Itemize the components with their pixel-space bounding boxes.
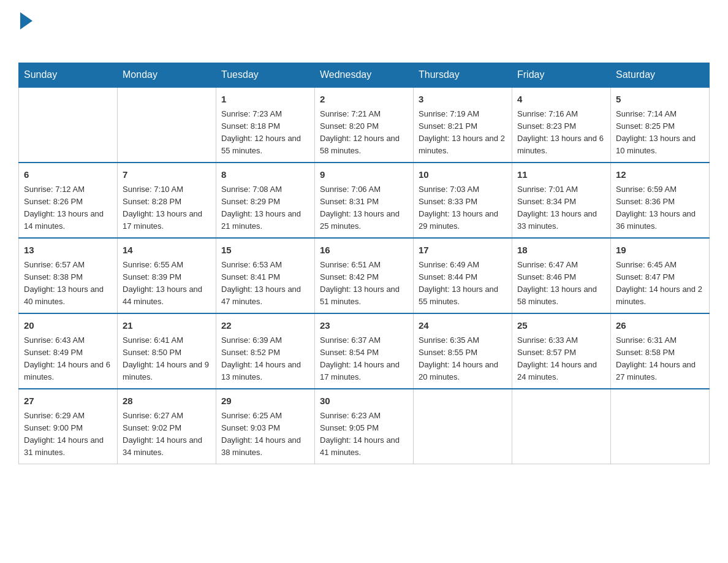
- day-number: 30: [320, 394, 408, 408]
- day-info: Sunrise: 6:57 AM Sunset: 8:38 PM Dayligh…: [24, 259, 112, 308]
- weekday-header-sunday: Sunday: [19, 63, 118, 88]
- calendar-cell: 24Sunrise: 6:35 AM Sunset: 8:55 PM Dayli…: [414, 313, 512, 389]
- day-number: 16: [320, 243, 408, 258]
- day-number: 27: [24, 394, 112, 408]
- calendar-cell: 21Sunrise: 6:41 AM Sunset: 8:50 PM Dayli…: [118, 313, 216, 389]
- calendar-cell: 4Sunrise: 7:16 AM Sunset: 8:23 PM Daylig…: [512, 87, 611, 163]
- calendar-cell: 8Sunrise: 7:08 AM Sunset: 8:29 PM Daylig…: [216, 163, 315, 238]
- calendar-body: 1Sunrise: 7:23 AM Sunset: 8:18 PM Daylig…: [19, 87, 710, 464]
- calendar-cell: 3Sunrise: 7:19 AM Sunset: 8:21 PM Daylig…: [414, 87, 512, 163]
- calendar-cell: [414, 389, 512, 464]
- calendar-cell: 14Sunrise: 6:55 AM Sunset: 8:39 PM Dayli…: [118, 238, 216, 313]
- day-number: 25: [517, 319, 605, 333]
- calendar-cell: 10Sunrise: 7:03 AM Sunset: 8:33 PM Dayli…: [414, 163, 512, 238]
- calendar-cell: 2Sunrise: 7:21 AM Sunset: 8:20 PM Daylig…: [315, 87, 414, 163]
- day-info: Sunrise: 6:39 AM Sunset: 8:52 PM Dayligh…: [221, 334, 309, 384]
- weekday-header-row: SundayMondayTuesdayWednesdayThursdayFrid…: [19, 63, 710, 88]
- logo: [18, 12, 32, 50]
- day-number: 7: [123, 168, 211, 182]
- day-info: Sunrise: 6:29 AM Sunset: 9:00 PM Dayligh…: [24, 410, 112, 459]
- day-number: 9: [320, 168, 408, 182]
- calendar-cell: 13Sunrise: 6:57 AM Sunset: 8:38 PM Dayli…: [19, 238, 118, 313]
- day-number: 3: [419, 93, 507, 107]
- day-info: Sunrise: 6:33 AM Sunset: 8:57 PM Dayligh…: [517, 334, 605, 384]
- day-number: 15: [221, 243, 309, 258]
- day-info: Sunrise: 6:27 AM Sunset: 9:02 PM Dayligh…: [123, 410, 211, 459]
- calendar-cell: 9Sunrise: 7:06 AM Sunset: 8:31 PM Daylig…: [315, 163, 414, 238]
- calendar-table: SundayMondayTuesdayWednesdayThursdayFrid…: [18, 63, 710, 464]
- calendar-cell: [611, 389, 710, 464]
- day-number: 22: [221, 319, 309, 333]
- day-info: Sunrise: 6:49 AM Sunset: 8:44 PM Dayligh…: [419, 259, 507, 308]
- day-info: Sunrise: 7:08 AM Sunset: 8:29 PM Dayligh…: [221, 183, 309, 233]
- day-number: 23: [320, 319, 408, 333]
- weekday-header-thursday: Thursday: [414, 63, 512, 88]
- day-number: 12: [616, 168, 704, 182]
- calendar-cell: 6Sunrise: 7:12 AM Sunset: 8:26 PM Daylig…: [19, 163, 118, 238]
- weekday-header-tuesday: Tuesday: [216, 63, 315, 88]
- day-number: 29: [221, 394, 309, 408]
- calendar-week-row: 27Sunrise: 6:29 AM Sunset: 9:00 PM Dayli…: [19, 389, 710, 464]
- calendar-cell: [118, 87, 216, 163]
- day-info: Sunrise: 7:03 AM Sunset: 8:33 PM Dayligh…: [419, 183, 507, 233]
- day-info: Sunrise: 6:45 AM Sunset: 8:47 PM Dayligh…: [616, 259, 704, 308]
- calendar-cell: 7Sunrise: 7:10 AM Sunset: 8:28 PM Daylig…: [118, 163, 216, 238]
- day-number: 10: [419, 168, 507, 182]
- day-info: Sunrise: 6:47 AM Sunset: 8:46 PM Dayligh…: [517, 259, 605, 308]
- calendar-week-row: 6Sunrise: 7:12 AM Sunset: 8:26 PM Daylig…: [19, 163, 710, 238]
- calendar-cell: [19, 87, 118, 163]
- day-number: 24: [419, 319, 507, 333]
- day-info: Sunrise: 6:59 AM Sunset: 8:36 PM Dayligh…: [616, 183, 704, 233]
- day-info: Sunrise: 6:51 AM Sunset: 8:42 PM Dayligh…: [320, 259, 408, 308]
- calendar-cell: 11Sunrise: 7:01 AM Sunset: 8:34 PM Dayli…: [512, 163, 611, 238]
- calendar-cell: 1Sunrise: 7:23 AM Sunset: 8:18 PM Daylig…: [216, 87, 315, 163]
- day-info: Sunrise: 7:19 AM Sunset: 8:21 PM Dayligh…: [419, 108, 507, 158]
- calendar-cell: 26Sunrise: 6:31 AM Sunset: 8:58 PM Dayli…: [611, 313, 710, 389]
- calendar-week-row: 20Sunrise: 6:43 AM Sunset: 8:49 PM Dayli…: [19, 313, 710, 389]
- calendar-cell: 15Sunrise: 6:53 AM Sunset: 8:41 PM Dayli…: [216, 238, 315, 313]
- day-number: 14: [123, 243, 211, 258]
- calendar-cell: 30Sunrise: 6:23 AM Sunset: 9:05 PM Dayli…: [315, 389, 414, 464]
- calendar-cell: 12Sunrise: 6:59 AM Sunset: 8:36 PM Dayli…: [611, 163, 710, 238]
- day-number: 19: [616, 243, 704, 258]
- calendar-cell: [512, 389, 611, 464]
- day-info: Sunrise: 6:23 AM Sunset: 9:05 PM Dayligh…: [320, 410, 408, 459]
- calendar-week-row: 13Sunrise: 6:57 AM Sunset: 8:38 PM Dayli…: [19, 238, 710, 313]
- day-number: 28: [123, 394, 211, 408]
- calendar-cell: 19Sunrise: 6:45 AM Sunset: 8:47 PM Dayli…: [611, 238, 710, 313]
- calendar-cell: 23Sunrise: 6:37 AM Sunset: 8:54 PM Dayli…: [315, 313, 414, 389]
- day-number: 13: [24, 243, 112, 258]
- calendar-cell: 27Sunrise: 6:29 AM Sunset: 9:00 PM Dayli…: [19, 389, 118, 464]
- day-number: 11: [517, 168, 605, 182]
- day-info: Sunrise: 7:12 AM Sunset: 8:26 PM Dayligh…: [24, 183, 112, 233]
- logo-arrow-icon: [20, 12, 32, 29]
- calendar-cell: 16Sunrise: 6:51 AM Sunset: 8:42 PM Dayli…: [315, 238, 414, 313]
- day-info: Sunrise: 6:53 AM Sunset: 8:41 PM Dayligh…: [221, 259, 309, 308]
- weekday-header-saturday: Saturday: [611, 63, 710, 88]
- header: [18, 12, 710, 50]
- day-info: Sunrise: 7:23 AM Sunset: 8:18 PM Dayligh…: [221, 108, 309, 158]
- calendar-cell: 28Sunrise: 6:27 AM Sunset: 9:02 PM Dayli…: [118, 389, 216, 464]
- calendar-cell: 25Sunrise: 6:33 AM Sunset: 8:57 PM Dayli…: [512, 313, 611, 389]
- day-info: Sunrise: 6:37 AM Sunset: 8:54 PM Dayligh…: [320, 334, 408, 384]
- calendar-cell: 20Sunrise: 6:43 AM Sunset: 8:49 PM Dayli…: [19, 313, 118, 389]
- weekday-header-wednesday: Wednesday: [315, 63, 414, 88]
- day-info: Sunrise: 6:55 AM Sunset: 8:39 PM Dayligh…: [123, 259, 211, 308]
- day-info: Sunrise: 6:35 AM Sunset: 8:55 PM Dayligh…: [419, 334, 507, 384]
- calendar-cell: 5Sunrise: 7:14 AM Sunset: 8:25 PM Daylig…: [611, 87, 710, 163]
- day-number: 6: [24, 168, 112, 182]
- day-number: 18: [517, 243, 605, 258]
- day-number: 2: [320, 93, 408, 107]
- day-info: Sunrise: 6:41 AM Sunset: 8:50 PM Dayligh…: [123, 334, 211, 384]
- day-number: 8: [221, 168, 309, 182]
- weekday-header-monday: Monday: [118, 63, 216, 88]
- day-info: Sunrise: 6:25 AM Sunset: 9:03 PM Dayligh…: [221, 410, 309, 459]
- day-info: Sunrise: 7:16 AM Sunset: 8:23 PM Dayligh…: [517, 108, 605, 158]
- day-info: Sunrise: 7:21 AM Sunset: 8:20 PM Dayligh…: [320, 108, 408, 158]
- calendar-week-row: 1Sunrise: 7:23 AM Sunset: 8:18 PM Daylig…: [19, 87, 710, 163]
- calendar-cell: 29Sunrise: 6:25 AM Sunset: 9:03 PM Dayli…: [216, 389, 315, 464]
- calendar-header: SundayMondayTuesdayWednesdayThursdayFrid…: [19, 63, 710, 88]
- day-info: Sunrise: 7:14 AM Sunset: 8:25 PM Dayligh…: [616, 108, 704, 158]
- day-info: Sunrise: 7:10 AM Sunset: 8:28 PM Dayligh…: [123, 183, 211, 233]
- day-number: 4: [517, 93, 605, 107]
